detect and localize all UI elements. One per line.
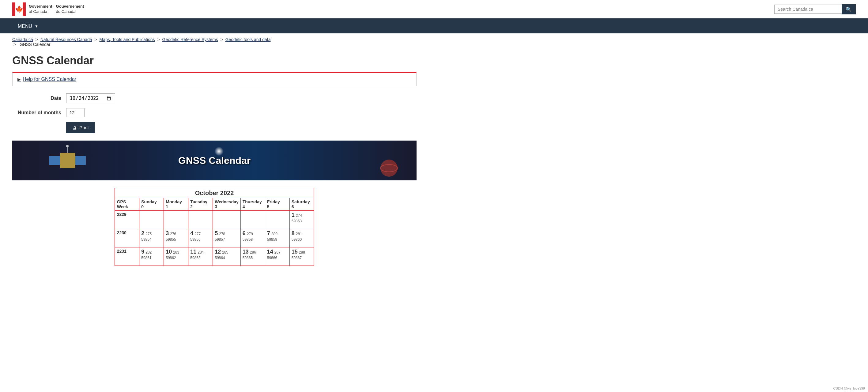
col-header-friday: Friday5 xyxy=(265,198,289,211)
col-header-thursday: Thursday4 xyxy=(241,198,265,211)
table-row: 1428759866 xyxy=(265,247,289,266)
svg-point-9 xyxy=(380,159,398,177)
svg-text:🍁: 🍁 xyxy=(15,5,24,13)
months-row: Number of months xyxy=(12,108,416,117)
table-row: 627959858 xyxy=(241,229,265,247)
months-label: Number of months xyxy=(12,110,61,116)
gov-logo: 🍁 Government of Canada Gouvernement du C… xyxy=(12,2,84,16)
gov-text-en: Government of Canada xyxy=(29,4,52,14)
svg-rect-1 xyxy=(23,2,26,16)
table-row: 1128459863 xyxy=(188,247,213,266)
breadcrumb-geodetic[interactable]: Geodetic Reference Systems xyxy=(162,37,218,42)
table-row: 427759856 xyxy=(188,229,213,247)
date-input[interactable] xyxy=(66,93,115,103)
satellite-icon xyxy=(49,144,86,177)
help-section: ▶ Help for GNSS Calendar xyxy=(12,72,416,86)
table-row xyxy=(140,211,164,229)
calendar-month-header: October 2022 xyxy=(115,188,314,198)
table-row: 127459853 xyxy=(289,211,314,229)
gov-text-fr: Gouvernement du Canada xyxy=(56,4,84,14)
search-bar[interactable]: 🔍 xyxy=(774,4,856,14)
nav-bar[interactable]: MENU ▼ xyxy=(0,19,868,33)
table-row: 1228559864 xyxy=(213,247,241,266)
print-icon: 🖨 xyxy=(72,125,77,130)
table-row: 527859857 xyxy=(213,229,241,247)
search-input[interactable] xyxy=(774,5,842,14)
banner-title: GNSS Calendar xyxy=(178,155,251,166)
banner: GNSS Calendar xyxy=(12,141,416,180)
search-button[interactable]: 🔍 xyxy=(842,4,856,14)
help-triangle-icon: ▶ xyxy=(18,77,21,82)
table-row xyxy=(164,211,188,229)
col-header-sunday: Sunday0 xyxy=(140,198,164,211)
months-input[interactable] xyxy=(66,108,85,117)
breadcrumb-canada[interactable]: Canada.ca xyxy=(12,37,33,42)
print-button[interactable]: 🖨 Print xyxy=(66,122,95,133)
page-title: GNSS Calendar xyxy=(12,54,416,67)
breadcrumb-current: GNSS Calendar xyxy=(20,42,50,47)
date-row: Date xyxy=(12,93,416,103)
svg-point-8 xyxy=(66,145,69,147)
table-row: 227559854 xyxy=(140,229,164,247)
calendar-wrapper: October 2022 GPSWeek Sunday0 Monday1 Tue… xyxy=(12,188,416,266)
table-row xyxy=(213,211,241,229)
date-label: Date xyxy=(12,95,61,101)
gps-week-cell: 2231 xyxy=(115,247,140,266)
col-header-tuesday: Tuesday2 xyxy=(188,198,213,211)
svg-rect-4 xyxy=(49,156,60,165)
canada-flag-icon: 🍁 xyxy=(12,2,26,16)
table-row: 1328659865 xyxy=(241,247,265,266)
breadcrumb-tools[interactable]: Geodetic tools and data xyxy=(225,37,271,42)
menu-arrow-icon: ▼ xyxy=(35,24,38,28)
svg-rect-6 xyxy=(60,153,75,168)
planet-icon xyxy=(380,159,398,177)
gov-header: 🍁 Government of Canada Gouvernement du C… xyxy=(0,0,868,19)
table-row: 828159860 xyxy=(289,229,314,247)
table-row: 1528859867 xyxy=(289,247,314,266)
main-content: GNSS Calendar ▶ Help for GNSS Calendar D… xyxy=(0,48,429,278)
col-header-monday: Monday1 xyxy=(164,198,188,211)
col-header-wednesday: Wednesday3 xyxy=(213,198,241,211)
gov-names: Government of Canada Gouvernement du Can… xyxy=(29,4,84,14)
breadcrumb: Canada.ca > Natural Resources Canada > M… xyxy=(0,33,868,48)
table-row xyxy=(241,211,265,229)
col-header-saturday: Saturday6 xyxy=(289,198,314,211)
table-row xyxy=(188,211,213,229)
table-row xyxy=(265,211,289,229)
table-row: 327659855 xyxy=(164,229,188,247)
gps-week-cell: 2229 xyxy=(115,211,140,229)
calendar-table: October 2022 GPSWeek Sunday0 Monday1 Tue… xyxy=(115,188,315,266)
menu-button[interactable]: MENU ▼ xyxy=(12,19,44,33)
breadcrumb-maps[interactable]: Maps, Tools and Publications xyxy=(99,37,155,42)
table-row: 1028359862 xyxy=(164,247,188,266)
svg-rect-5 xyxy=(75,156,86,165)
table-row: 728059859 xyxy=(265,229,289,247)
breadcrumb-nrc[interactable]: Natural Resources Canada xyxy=(40,37,92,42)
col-header-gps: GPSWeek xyxy=(115,198,140,211)
help-toggle-button[interactable]: ▶ Help for GNSS Calendar xyxy=(12,73,416,86)
table-row: 928259861 xyxy=(140,247,164,266)
gps-week-cell: 2230 xyxy=(115,229,140,247)
